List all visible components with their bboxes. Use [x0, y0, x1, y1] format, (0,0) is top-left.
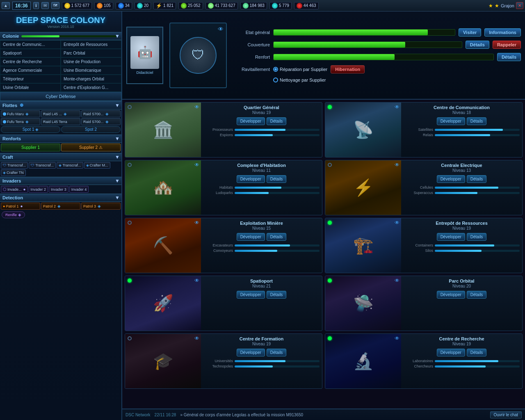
renforts-expand-icon[interactable]: ▼ [115, 136, 120, 142]
building-eye-6[interactable]: 👁 [194, 278, 199, 283]
map-button[interactable]: 🗺 [51, 2, 59, 9]
building-eye-7[interactable]: 👁 [395, 278, 399, 283]
visiter-button[interactable]: Visiter [459, 28, 481, 37]
building-eye-9[interactable]: 👁 [395, 336, 399, 341]
menu-item-exploration[interactable]: Centre d'Exploration G... [61, 83, 121, 92]
hibernation-button[interactable]: Hibernation [331, 65, 365, 73]
cyber-defense-button[interactable]: Cyber Défense [0, 92, 121, 101]
building-eye-3[interactable]: 👁 [395, 162, 399, 168]
building-details-btn-4[interactable]: Détails [267, 233, 287, 241]
building-dev-btn-8[interactable]: Développer [237, 349, 265, 356]
building-dev-btn-9[interactable]: Développer [437, 349, 465, 356]
supplier-2-button[interactable]: Supplier 2 ⚠ [61, 144, 121, 151]
flottes-add-icon[interactable]: ⊕ [20, 103, 23, 108]
building-dev-btn-0[interactable]: Développer [237, 117, 265, 125]
patrol-3[interactable]: Patrol 3 ◈ [81, 203, 121, 210]
flottes-expand-icon[interactable]: ▼ [115, 103, 120, 108]
menu-item-spatio[interactable]: Spatioport [0, 49, 61, 57]
fleet-fufu-maru[interactable]: Fufu Maru ◈ [1, 110, 40, 117]
resource-res3: 184 983 [240, 2, 267, 9]
craft-crafter-m[interactable]: ◈ Crafter M... [84, 162, 110, 169]
menu-item-parc[interactable]: Parc Orbital [61, 49, 121, 57]
logout-button[interactable]: ✕ [516, 2, 523, 9]
invader-4[interactable]: Invader 4 [69, 186, 89, 193]
spot-2-button[interactable]: Spot 2 [61, 126, 121, 133]
fleet-row-1: Fufu Maru ◈ Raid L45 ... ◈ Raid S700... … [1, 110, 121, 117]
fleet-raid-s700[interactable]: Raid S700... ◈ [81, 110, 121, 117]
nettoyage-option[interactable]: Nettoyage par Supplier [273, 78, 326, 82]
patrol-2[interactable]: Patrol 2 ◈ [41, 203, 80, 210]
invader-3[interactable]: Invader 3 [49, 186, 68, 193]
craft-transcraf-3[interactable]: ◈ Transcraf... [57, 162, 83, 169]
renifle-button[interactable]: Renifle ◈ [2, 211, 25, 218]
open-chat-button[interactable]: Ouvrir le chat [490, 411, 522, 418]
building-details-btn-0[interactable]: Détails [267, 117, 287, 125]
menu-item-agence[interactable]: Agence Commerciale [0, 66, 61, 75]
detection-section-header[interactable]: Detection ▼ [0, 194, 121, 202]
building-dev-btn-4[interactable]: Développer [237, 233, 265, 241]
invaders-expand-icon[interactable]: ▼ [115, 178, 120, 184]
details-button-2[interactable]: Détails [497, 53, 521, 61]
details-button-1[interactable]: Détails [466, 41, 489, 49]
craft-expand-icon[interactable]: ▼ [115, 154, 120, 160]
res1-icon [181, 3, 187, 9]
building-details-btn-3[interactable]: Détails [467, 175, 487, 183]
menu-item-recherche[interactable]: Centre de Recherche [0, 57, 61, 66]
fleet-raid-l45[interactable]: Raid L45 ... ◈ [41, 110, 80, 117]
building-dev-btn-2[interactable]: Développer [237, 175, 265, 183]
info-button[interactable]: ℹ [33, 2, 39, 9]
building-level-9: Niveau 19 [404, 342, 520, 346]
building-details-btn-9[interactable]: Détails [467, 349, 487, 356]
informations-button[interactable]: Informations [484, 28, 521, 37]
craft-crafter-tn[interactable]: ◈ Crafter TN [1, 169, 26, 176]
craft-section-header[interactable]: Craft ▼ [0, 153, 121, 161]
building-details-btn-7[interactable]: Détails [467, 291, 487, 299]
minimize-button[interactable]: ▲ [2, 2, 10, 9]
building-dev-btn-6[interactable]: Développer [237, 291, 265, 299]
colonie-expand-icon[interactable]: ▼ [115, 33, 120, 39]
hero-stats: Etat général Visiter Informations Couver… [233, 28, 521, 82]
reparation-option[interactable]: Réparation par Supplier [273, 67, 327, 72]
menu-item-usine-bio[interactable]: Usine Biomécanique [61, 66, 121, 75]
building-details-btn-6[interactable]: Détails [267, 291, 287, 299]
menu-item-teleport[interactable]: Téléporteur [0, 75, 61, 83]
detection-expand-icon[interactable]: ▼ [115, 195, 120, 201]
building-dev-btn-5[interactable]: Développer [437, 233, 465, 241]
building-dev-btn-7[interactable]: Développer [437, 291, 465, 299]
building-eye-2[interactable]: 👁 [194, 162, 199, 168]
building-eye-5[interactable]: 👁 [395, 220, 399, 226]
spot-1-button[interactable]: Spot 1 ◈ [1, 126, 60, 133]
craft-transcraf-1[interactable]: 🛡 Transcraf... [1, 162, 28, 169]
ship-eye-icon[interactable]: 👁 [218, 26, 224, 32]
menu-item-usine-prod[interactable]: Usine de Production [61, 57, 121, 66]
menu-item-usine-orb[interactable]: Usine Orbitale [0, 83, 61, 92]
building-eye-4[interactable]: 👁 [194, 220, 199, 226]
invaders-section-header[interactable]: Invaders ▼ [0, 177, 121, 185]
fleet-raid-l45-terra[interactable]: Raid L45 Terra [41, 118, 80, 125]
building-level-2: Niveau 11 [203, 168, 320, 173]
menu-item-monte[interactable]: Monte-charges Orbital [61, 75, 121, 83]
building-details-btn-1[interactable]: Détails [467, 117, 487, 125]
building-eye-1[interactable]: 👁 [395, 104, 399, 110]
supplier-1-button[interactable]: Supplier 1 [1, 144, 60, 151]
building-details-btn-5[interactable]: Détails [467, 233, 487, 241]
building-details-btn-2[interactable]: Détails [267, 175, 287, 183]
invader-1[interactable]: ⬡ Invade... ● [1, 186, 28, 193]
building-dev-btn-1[interactable]: Développer [437, 117, 465, 125]
fleet-raid-s700-2[interactable]: Raid S700... ◈ [81, 118, 121, 125]
rappeler-button[interactable]: Rappeler [493, 41, 521, 49]
flottes-section-header[interactable]: Flottes ⊕ ▼ [0, 101, 121, 110]
menu-item-comm[interactable]: Centre de Communic... [0, 40, 61, 49]
building-eye-0[interactable]: 👁 [194, 104, 199, 110]
building-details-btn-8[interactable]: Détails [267, 349, 287, 356]
patrol-1[interactable]: ● Patrol 1 ● [1, 203, 40, 210]
building-dev-btn-3[interactable]: Développer [437, 175, 465, 183]
menu-item-entrepot[interactable]: Entrepôt de Ressources [61, 40, 121, 49]
building-eye-8[interactable]: 👁 [194, 336, 199, 341]
invader-2[interactable]: Invader 2 [29, 186, 48, 193]
mail-button[interactable]: ✉ [41, 2, 49, 9]
renforts-section-header[interactable]: Renforts ▼ [0, 135, 121, 143]
colonie-section-header[interactable]: Colonie ▼ [0, 32, 121, 40]
fleet-fufu-terra[interactable]: Fufu Terra ◈ [1, 118, 40, 125]
craft-transcraf-2[interactable]: 🛡 Transcraf... [29, 162, 56, 169]
